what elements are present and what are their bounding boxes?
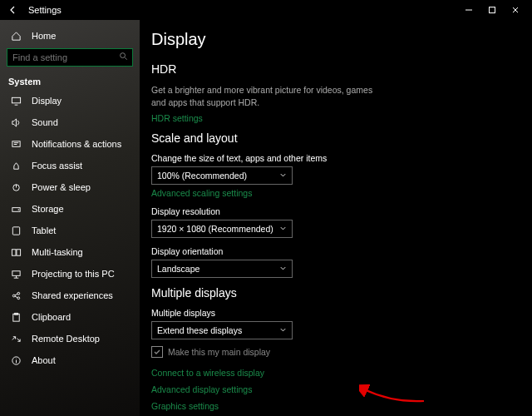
sidebar-item-label: Tablet — [32, 225, 56, 235]
window-title: Settings — [28, 5, 62, 15]
orientation-value: Landscape — [157, 264, 200, 274]
chevron-down-icon — [279, 224, 287, 234]
back-button[interactable] — [5, 5, 22, 15]
storage-icon — [8, 204, 23, 215]
sidebar: Home System Display Sound Notifications … — [0, 20, 140, 416]
sidebar-item-label: Clipboard — [32, 312, 71, 322]
sidebar-home-label: Home — [32, 31, 56, 41]
main-display-label: Make this my main display — [168, 347, 270, 357]
sidebar-item-shared[interactable]: Shared experiences — [5, 285, 135, 306]
orientation-label: Display orientation — [151, 246, 520, 256]
sidebar-item-projecting[interactable]: Projecting to this PC — [5, 263, 135, 285]
sound-icon — [8, 117, 23, 128]
focus-icon — [8, 161, 23, 171]
resolution-label: Display resolution — [151, 206, 520, 216]
resolution-select[interactable]: 1920 × 1080 (Recommended) — [151, 220, 293, 238]
sidebar-item-about[interactable]: About — [5, 349, 135, 371]
svg-rect-9 — [16, 249, 20, 255]
display-icon — [8, 96, 23, 106]
sidebar-item-storage[interactable]: Storage — [5, 198, 135, 220]
page-title: Display — [151, 30, 520, 49]
multiple-select[interactable]: Extend these displays — [151, 321, 293, 339]
orientation-select[interactable]: Landscape — [151, 260, 293, 278]
scale-select[interactable]: 100% (Recommended) — [151, 166, 293, 185]
svg-rect-0 — [490, 7, 495, 13]
sidebar-item-label: Shared experiences — [32, 290, 113, 300]
sidebar-item-clipboard[interactable]: Clipboard — [5, 306, 135, 328]
main-display-checkbox-row[interactable]: Make this my main display — [151, 346, 520, 358]
shared-icon — [8, 290, 23, 301]
sidebar-item-display[interactable]: Display — [5, 90, 135, 111]
svg-point-6 — [17, 209, 18, 210]
sidebar-item-label: Power & sleep — [32, 182, 91, 192]
checkbox-icon — [151, 346, 163, 358]
sidebar-item-notifications[interactable]: Notifications & actions — [5, 133, 135, 155]
sidebar-item-label: Sound — [32, 117, 58, 127]
chevron-down-icon — [279, 264, 287, 274]
multitask-icon — [8, 247, 23, 258]
scale-value: 100% (Recommended) — [157, 171, 247, 181]
search-input[interactable] — [7, 48, 133, 67]
minimize-button[interactable] — [457, 0, 480, 20]
chevron-down-icon — [279, 171, 287, 181]
power-icon — [8, 182, 23, 193]
sidebar-item-label: Notifications & actions — [32, 139, 121, 149]
svg-rect-2 — [12, 97, 20, 103]
about-icon — [8, 355, 23, 366]
sidebar-item-focus[interactable]: Focus assist — [5, 155, 135, 176]
svg-rect-8 — [12, 249, 16, 255]
home-icon — [8, 31, 23, 42]
scale-label: Change the size of text, apps and other … — [151, 153, 520, 163]
remote-icon — [8, 334, 23, 344]
maximize-button[interactable] — [480, 0, 504, 20]
multiple-label: Multiple displays — [151, 308, 520, 318]
sidebar-item-label: Projecting to this PC — [32, 269, 115, 279]
sidebar-item-sound[interactable]: Sound — [5, 111, 135, 133]
sidebar-home[interactable]: Home — [5, 25, 135, 47]
sidebar-item-label: Focus assist — [32, 161, 82, 171]
sidebar-section: System — [5, 72, 135, 90]
sidebar-item-tablet[interactable]: Tablet — [5, 220, 135, 241]
sidebar-item-label: About — [32, 355, 56, 365]
sidebar-item-power[interactable]: Power & sleep — [5, 176, 135, 198]
advanced-display-link[interactable]: Advanced display settings — [151, 384, 520, 394]
sidebar-item-remote[interactable]: Remote Desktop — [5, 328, 135, 349]
search-icon — [119, 52, 128, 62]
sidebar-item-label: Storage — [32, 204, 64, 214]
hdr-settings-link[interactable]: HDR settings — [151, 113, 520, 123]
tablet-icon — [8, 225, 23, 236]
sidebar-item-label: Multi-tasking — [32, 247, 83, 257]
svg-point-1 — [121, 53, 126, 58]
close-button[interactable] — [504, 0, 527, 20]
graphics-settings-link[interactable]: Graphics settings — [151, 401, 520, 411]
svg-point-13 — [17, 296, 19, 299]
chevron-down-icon — [279, 325, 287, 335]
hdr-description: Get a brighter and more vibrant picture … — [151, 84, 384, 108]
multiple-heading: Multiple displays — [151, 286, 520, 300]
clipboard-icon — [8, 312, 23, 323]
scale-heading: Scale and layout — [151, 131, 520, 145]
sidebar-item-label: Remote Desktop — [32, 334, 100, 344]
resolution-value: 1920 × 1080 (Recommended) — [157, 224, 273, 234]
notifications-icon — [8, 139, 23, 150]
main-content: Display HDR Get a brighter and more vibr… — [140, 20, 532, 416]
svg-point-12 — [17, 292, 19, 295]
project-icon — [8, 269, 23, 280]
hdr-heading: HDR — [151, 62, 520, 76]
sidebar-item-label: Display — [32, 96, 62, 106]
wireless-display-link[interactable]: Connect to a wireless display — [151, 368, 520, 378]
sidebar-item-multitasking[interactable]: Multi-tasking — [5, 241, 135, 263]
svg-point-11 — [12, 295, 15, 297]
svg-rect-7 — [12, 226, 19, 234]
svg-rect-10 — [12, 270, 19, 275]
advanced-scaling-link[interactable]: Advanced scaling settings — [151, 188, 520, 198]
multiple-value: Extend these displays — [157, 325, 242, 335]
